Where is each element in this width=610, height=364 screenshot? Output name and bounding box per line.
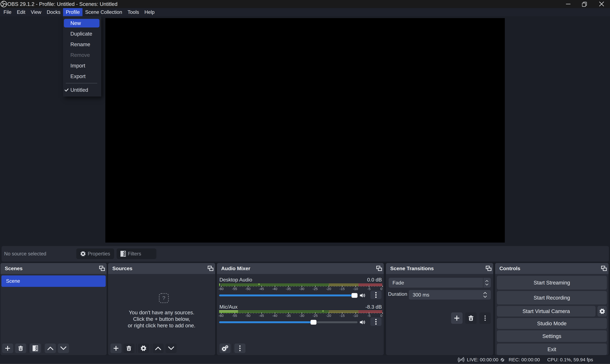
svg-text:?: ? [163, 295, 165, 301]
